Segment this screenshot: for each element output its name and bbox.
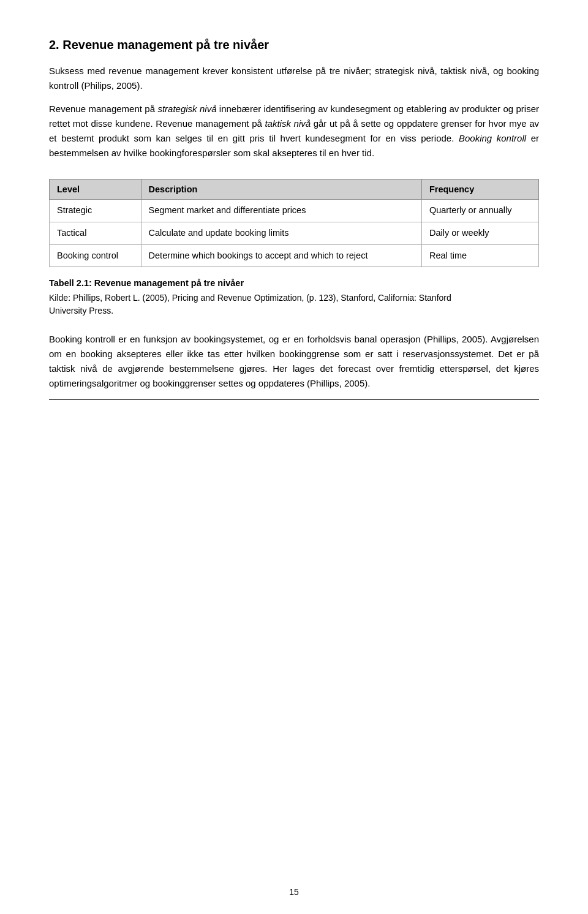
page-divider (49, 399, 539, 400)
col-header-description: Description (141, 179, 421, 200)
table-source: Kilde: Phillips, Robert L. (2005), Prici… (49, 292, 539, 317)
cell-desc-strategic: Segment market and differentiate prices (141, 200, 421, 222)
table-source-line1: Kilde: Phillips, Robert L. (2005), Prici… (49, 293, 451, 303)
cell-freq-tactical: Daily or weekly (421, 222, 538, 244)
table-source-line2: University Press. (49, 306, 113, 315)
table-row: Booking control Determine which bookings… (50, 244, 539, 267)
paragraph-2: Revenue management på strategisk nivå in… (49, 102, 539, 161)
cell-freq-booking: Real time (421, 244, 538, 267)
revenue-management-table: Level Description Frequency Strategic Se… (49, 179, 539, 267)
table-row: Strategic Segment market and differentia… (50, 200, 539, 222)
col-header-level: Level (50, 179, 141, 200)
table-container: Level Description Frequency Strategic Se… (49, 179, 539, 267)
cell-level-booking: Booking control (50, 244, 141, 267)
page-number: 15 (289, 887, 299, 897)
paragraph-1: Suksess med revenue management krever ko… (49, 64, 539, 93)
table-header-row: Level Description Frequency (50, 179, 539, 200)
cell-desc-tactical: Calculate and update booking limits (141, 222, 421, 244)
col-header-frequency: Frequency (421, 179, 538, 200)
cell-level-strategic: Strategic (50, 200, 141, 222)
cell-level-tactical: Tactical (50, 222, 141, 244)
cell-desc-booking: Determine which bookings to accept and w… (141, 244, 421, 267)
table-row: Tactical Calculate and update booking li… (50, 222, 539, 244)
table-caption: Tabell 2.1: Revenue management på tre ni… (49, 278, 539, 288)
section-heading: 2. Revenue management på tre nivåer (49, 37, 539, 53)
cell-freq-strategic: Quarterly or annually (421, 200, 538, 222)
paragraph-3: Booking kontroll er en funksjon av booki… (49, 332, 539, 391)
page: 2. Revenue management på tre nivåer Suks… (0, 0, 588, 914)
